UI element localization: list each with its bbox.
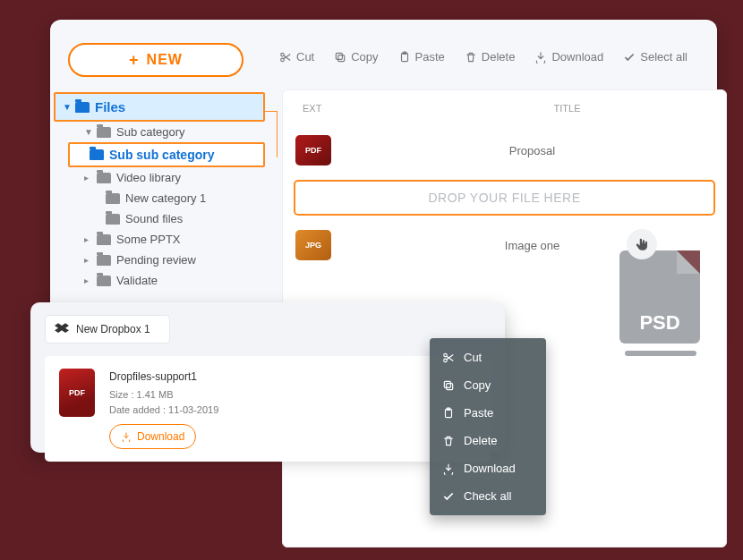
ctx-label: Copy [464, 378, 491, 392]
dropbox-file-row[interactable]: PDF Dropfiles-support1 Size : 1.41 MB Da… [45, 356, 491, 462]
toolbar-label: Download [551, 50, 603, 64]
tree-item-validate[interactable]: ▸ Validate [77, 270, 265, 291]
ext-badge-pdf: PDF [59, 369, 95, 417]
caret-right-icon: ▸ [84, 234, 91, 244]
ctx-delete[interactable]: Delete [430, 427, 546, 454]
new-button[interactable]: + NEW [68, 43, 243, 77]
ctx-label: Download [464, 462, 516, 475]
file-title: Proposal [351, 144, 713, 157]
psd-file-icon[interactable]: PSD [619, 250, 700, 344]
svg-rect-8 [447, 383, 453, 389]
copy-icon [442, 379, 455, 392]
file-date: Date added : 11-03-2019 [109, 403, 218, 418]
tree-item-sub-sub-category[interactable]: ▼ Sub sub category [68, 142, 265, 167]
toolbar-label: Cut [296, 50, 314, 64]
plus-icon: + [129, 51, 140, 70]
svg-rect-3 [337, 53, 343, 59]
paste-button[interactable]: Paste [398, 50, 445, 64]
caret-right-icon: ▸ [84, 276, 91, 285]
copy-icon [334, 51, 346, 64]
caret-right-icon: ▸ [84, 173, 91, 182]
download-button[interactable]: Download [534, 50, 603, 64]
tree-item-sub-category[interactable]: ▼ Sub category [77, 122, 265, 142]
download-icon [442, 462, 455, 475]
file-name: Dropfiles-support1 [109, 369, 218, 385]
dropbox-icon [55, 323, 69, 335]
download-icon [121, 431, 132, 442]
toolbar-label: Paste [415, 50, 445, 64]
tree-label: Sub category [116, 125, 185, 139]
ctx-label: Cut [464, 351, 482, 364]
ext-badge-pdf: PDF [295, 135, 331, 165]
svg-rect-2 [338, 55, 345, 61]
cut-icon [442, 352, 455, 364]
tree-root-files[interactable]: ▼ Files [54, 92, 265, 122]
ctx-label: Check all [464, 489, 511, 503]
svg-rect-9 [444, 381, 450, 387]
tree-label: Pending review [116, 253, 196, 267]
tree-label: New category 1 [125, 191, 206, 205]
check-icon [442, 490, 455, 503]
delete-icon [442, 435, 455, 447]
file-size: Size : 1.41 MB [109, 387, 218, 403]
folder-icon [97, 173, 111, 183]
toolbar: Cut Copy Paste Delete Download Select al… [279, 50, 687, 64]
tree-label: Validate [116, 274, 158, 287]
folder-icon [97, 127, 111, 138]
ctx-label: Paste [464, 406, 493, 420]
cut-icon [279, 51, 292, 64]
context-menu: Cut Copy Paste Delete Download Check all [430, 338, 546, 515]
tree-item-video-library[interactable]: ▸ Video library [77, 167, 265, 188]
folder-icon [90, 149, 104, 160]
paste-icon [398, 51, 411, 64]
tree-item-some-pptx[interactable]: ▸ Some PPTX [77, 229, 265, 250]
tree-item-sound-files[interactable]: ▸ Sound files [86, 208, 265, 229]
dropbox-title: New Dropbox 1 [76, 323, 150, 335]
ctx-label: Delete [464, 434, 498, 447]
ctx-copy[interactable]: Copy [430, 371, 546, 399]
folder-icon [97, 276, 111, 286]
folder-icon [97, 234, 111, 245]
toolbar-label: Copy [351, 50, 378, 64]
download-button[interactable]: Download [109, 424, 196, 449]
folder-icon [106, 214, 120, 225]
tree-label: Video library [116, 171, 181, 184]
tree-item-new-category-1[interactable]: ▸ New category 1 [86, 188, 265, 208]
column-header-ext[interactable]: EXT [303, 103, 428, 114]
ctx-download[interactable]: Download [430, 454, 546, 482]
tree-label: Sound files [125, 212, 183, 225]
copy-button[interactable]: Copy [334, 50, 378, 64]
delete-button[interactable]: Delete [465, 50, 516, 64]
file-row[interactable]: PDF Proposal [283, 126, 726, 174]
dropbox-header[interactable]: New Dropbox 1 [45, 315, 170, 344]
tree-label: Sub sub category [109, 148, 214, 162]
caret-down-icon: ▼ [63, 102, 70, 112]
hand-cursor-icon [627, 229, 657, 259]
psd-shadow [625, 351, 696, 356]
tree-connector [265, 111, 278, 157]
file-list-header: EXT TITLE [283, 90, 726, 126]
ext-badge-jpg: JPG [295, 230, 331, 260]
svg-point-6 [444, 353, 448, 357]
dropzone-label: DROP YOUR FILE HERE [428, 191, 580, 205]
new-button-label: NEW [147, 52, 183, 68]
svg-point-0 [281, 53, 285, 56]
dropzone[interactable]: DROP YOUR FILE HERE [294, 180, 715, 216]
tree-label: Some PPTX [116, 233, 181, 246]
ctx-paste[interactable]: Paste [430, 399, 546, 427]
check-icon [623, 51, 636, 64]
toolbar-label: Delete [482, 50, 516, 64]
ctx-check-all[interactable]: Check all [430, 482, 546, 510]
folder-icon [75, 102, 90, 113]
tree-label: Files [95, 99, 125, 115]
delete-icon [465, 51, 477, 64]
svg-point-7 [444, 359, 448, 362]
select-all-button[interactable]: Select all [623, 50, 687, 64]
column-header-title[interactable]: TITLE [428, 103, 706, 114]
folder-icon [97, 255, 111, 266]
caret-right-icon: ▸ [84, 255, 91, 265]
cut-button[interactable]: Cut [279, 50, 314, 64]
ctx-cut[interactable]: Cut [430, 344, 546, 371]
toolbar-label: Select all [640, 50, 687, 64]
tree-item-pending-review[interactable]: ▸ Pending review [77, 250, 265, 270]
